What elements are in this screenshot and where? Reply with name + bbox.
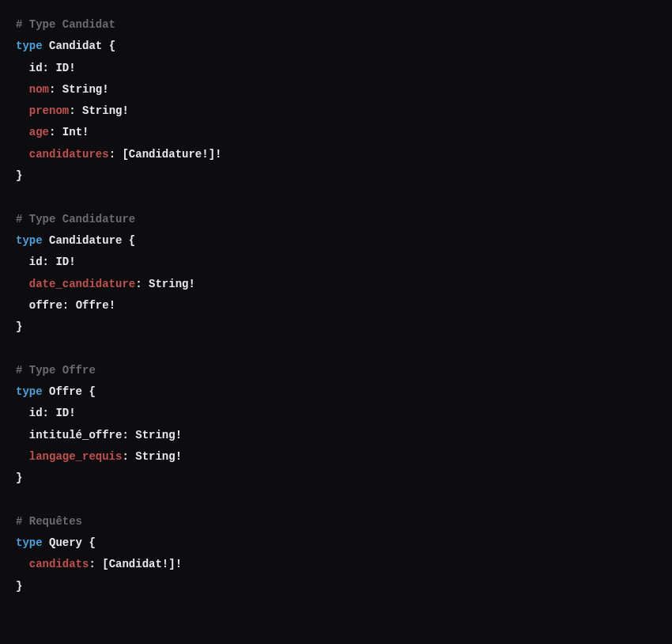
code-line: } (16, 576, 656, 597)
field-type: String! (149, 278, 195, 290)
code-line: type Offre { (16, 381, 656, 403)
code-line: # Type Candidature (16, 209, 656, 230)
field-name: prenom (29, 104, 69, 117)
field-name: nom (29, 83, 49, 96)
field-name: candidats (29, 558, 89, 570)
code-line: date_candidature: String! (16, 274, 656, 295)
brace-open: { (89, 536, 95, 549)
code-line: # Requêtes (16, 511, 656, 532)
field-type: [Candidat!]! (102, 558, 182, 570)
code-line: type Query { (16, 532, 656, 554)
code-line: id: ID! (16, 403, 656, 424)
code-line: type Candidature { (16, 230, 656, 252)
field-name: offre (29, 299, 62, 312)
code-line: } (16, 316, 656, 338)
field-type: Offre! (76, 299, 115, 312)
code-line: id: ID! (16, 58, 656, 79)
code-line: offre: Offre! (16, 295, 656, 316)
code-block: # Type Candidattype Candidat {id: ID!nom… (16, 14, 656, 597)
code-line: candidatures: [Candidature!]! (16, 144, 656, 165)
code-line: } (16, 165, 656, 187)
field-type: String! (135, 450, 182, 463)
field-name: langage_requis (29, 450, 123, 463)
field-type: String! (135, 429, 182, 441)
code-line: age: Int! (16, 122, 656, 143)
field-name: id (29, 256, 43, 268)
code-line: # Type Candidat (16, 14, 656, 36)
blank-line (16, 338, 656, 359)
field-name: date_candidature (29, 278, 135, 290)
comment: # Type Candidature (16, 213, 135, 225)
blank-line (16, 187, 656, 208)
type-name: Candidat (49, 40, 102, 52)
code-line: nom: String! (16, 79, 656, 100)
brace-close: } (16, 580, 22, 593)
field-name: intitulé_offre (29, 429, 123, 441)
field-type: ID! (55, 256, 75, 268)
brace-close: } (16, 169, 22, 182)
code-line: } (16, 468, 656, 489)
field-type: String! (62, 83, 109, 96)
code-line: type Candidat { (16, 36, 656, 57)
code-line: # Type Offre (16, 360, 656, 381)
type-name: Candidature (49, 234, 122, 247)
keyword-type: type (16, 234, 43, 247)
keyword-type: type (16, 536, 43, 549)
field-type: Int! (62, 126, 89, 138)
code-line: intitulé_offre: String! (16, 425, 656, 446)
comment: # Type Candidat (16, 18, 115, 31)
field-type: ID! (55, 62, 75, 74)
type-name: Query (49, 536, 82, 549)
code-line: id: ID! (16, 252, 656, 273)
comment: # Type Offre (16, 364, 96, 377)
type-name: Offre (49, 385, 82, 398)
field-type: [Candidature!]! (122, 148, 221, 161)
brace-open: { (89, 385, 95, 398)
brace-close: } (16, 472, 22, 484)
code-line: langage_requis: String! (16, 446, 656, 468)
blank-line (16, 490, 656, 511)
brace-close: } (16, 320, 22, 333)
comment: # Requêtes (16, 515, 82, 528)
code-line: prenom: String! (16, 100, 656, 122)
field-name: age (29, 126, 49, 138)
code-line: candidats: [Candidat!]! (16, 554, 656, 575)
keyword-type: type (16, 385, 43, 398)
brace-open: { (129, 234, 135, 247)
field-name: id (29, 407, 43, 419)
field-type: String! (82, 104, 129, 117)
field-name: id (29, 62, 43, 74)
keyword-type: type (16, 40, 43, 52)
field-name: candidatures (29, 148, 109, 161)
field-type: ID! (55, 407, 75, 419)
brace-open: { (109, 40, 115, 52)
